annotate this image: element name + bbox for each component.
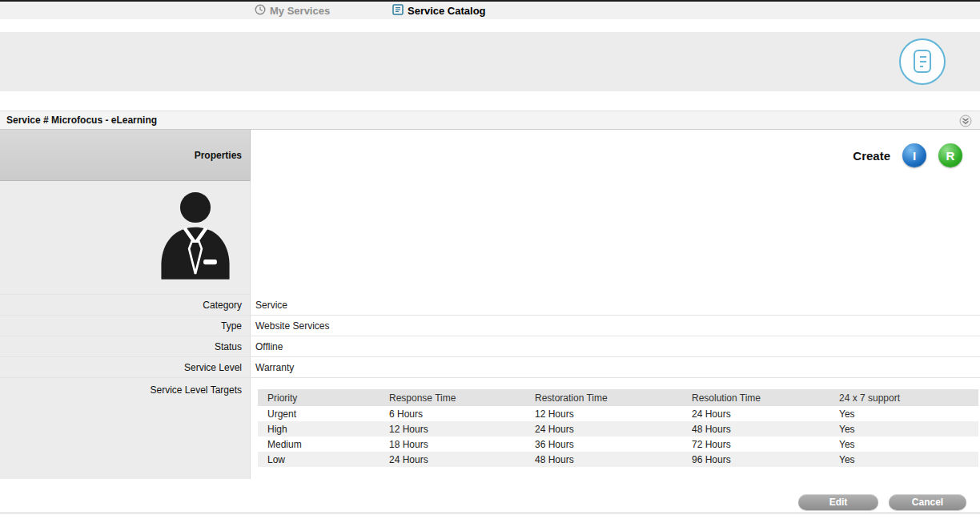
service-level-targets-block: Service Level Targets Priority Response … xyxy=(0,378,980,479)
bottom-divider xyxy=(0,513,980,513)
service-level-label: Service Level xyxy=(0,357,251,377)
avatar-row xyxy=(0,181,980,295)
col-24x7-support: 24 x 7 support xyxy=(829,389,978,406)
cell: Yes xyxy=(829,406,978,421)
header-band xyxy=(0,32,980,91)
service-catalog-screen: My Services Service Catalog Ser xyxy=(0,0,980,519)
slt-table: Priority Response Time Restoration Time … xyxy=(258,389,978,467)
create-request-button[interactable]: R xyxy=(938,143,962,167)
cell: 36 Hours xyxy=(525,437,682,452)
slt-table-wrap: Priority Response Time Restoration Time … xyxy=(251,378,980,479)
properties-header-row: Properties Create I R xyxy=(0,130,980,181)
tab-service-catalog-label: Service Catalog xyxy=(408,5,486,17)
cell: Yes xyxy=(829,452,978,467)
cell: 18 Hours xyxy=(380,437,525,452)
slt-row-urgent: Urgent 6 Hours 12 Hours 24 Hours Yes xyxy=(258,406,978,421)
service-level-value: Warranty xyxy=(251,357,980,377)
catalog-circle-button[interactable] xyxy=(898,38,946,86)
avatar-row-spacer xyxy=(251,181,980,295)
field-row-category: Category Service xyxy=(0,295,980,316)
col-priority: Priority xyxy=(258,389,380,406)
create-label: Create xyxy=(853,149,890,163)
cell: 48 Hours xyxy=(525,452,682,467)
cell: Yes xyxy=(829,421,978,437)
cell: Low xyxy=(258,452,380,467)
catalog-circle-icon xyxy=(898,38,946,86)
field-row-service-level: Service Level Warranty xyxy=(0,357,980,378)
tab-my-services[interactable]: My Services xyxy=(251,2,333,19)
cell: 48 Hours xyxy=(682,421,829,437)
cell: 24 Hours xyxy=(525,421,682,437)
slt-row-high: High 12 Hours 24 Hours 48 Hours Yes xyxy=(258,421,978,437)
create-actions: Create I R xyxy=(251,130,980,181)
status-label: Status xyxy=(0,336,251,356)
slt-header-row: Priority Response Time Restoration Time … xyxy=(258,389,978,406)
cell: High xyxy=(258,421,380,437)
cell: Urgent xyxy=(258,406,380,421)
business-person-icon xyxy=(151,186,240,288)
status-value: Offline xyxy=(251,336,980,356)
cell: 6 Hours xyxy=(380,406,525,421)
cell: Yes xyxy=(829,437,978,452)
slt-row-low: Low 24 Hours 48 Hours 96 Hours Yes xyxy=(258,452,978,467)
edit-button[interactable]: Edit xyxy=(798,494,878,510)
col-response-time: Response Time xyxy=(380,389,525,406)
col-resolution-time: Resolution Time xyxy=(682,389,829,406)
tab-service-catalog[interactable]: Service Catalog xyxy=(389,2,489,19)
field-row-type: Type Website Services xyxy=(0,316,980,336)
slt-row-medium: Medium 18 Hours 36 Hours 72 Hours Yes xyxy=(258,437,978,452)
cell: 24 Hours xyxy=(380,452,525,467)
avatar-cell xyxy=(0,181,251,295)
cell: 12 Hours xyxy=(380,421,525,437)
clock-icon xyxy=(255,4,266,18)
service-title-bar: Service # Microfocus - eLearning xyxy=(0,111,980,130)
double-chevron-icon[interactable] xyxy=(959,115,972,127)
cell: 72 Hours xyxy=(682,437,829,452)
category-label: Category xyxy=(0,295,251,315)
create-incident-button[interactable]: I xyxy=(902,143,926,167)
type-label: Type xyxy=(0,316,251,336)
field-row-status: Status Offline xyxy=(0,336,980,357)
col-restoration-time: Restoration Time xyxy=(525,389,682,406)
catalog-icon xyxy=(392,4,404,18)
cell: 12 Hours xyxy=(525,406,682,421)
service-level-targets-label: Service Level Targets xyxy=(0,378,251,479)
service-title: Service # Microfocus - eLearning xyxy=(0,115,157,126)
category-value: Service xyxy=(251,295,980,315)
properties-section-label: Properties xyxy=(0,130,251,181)
top-tab-bar: My Services Service Catalog xyxy=(0,0,980,19)
cell: 96 Hours xyxy=(682,452,829,467)
cell: Medium xyxy=(258,437,380,452)
type-value: Website Services xyxy=(251,316,980,336)
cancel-button[interactable]: Cancel xyxy=(889,494,966,510)
tab-my-services-label: My Services xyxy=(270,5,330,17)
cell: 24 Hours xyxy=(682,406,829,421)
